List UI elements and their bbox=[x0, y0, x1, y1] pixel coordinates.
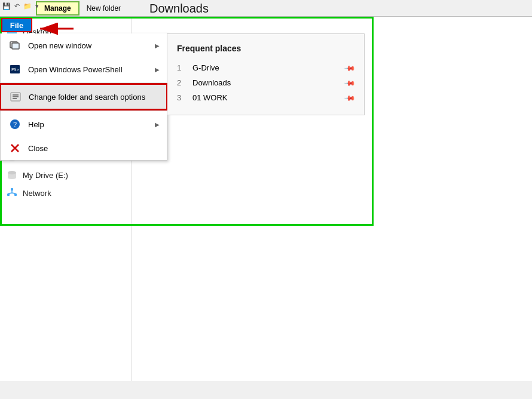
svg-rect-26 bbox=[12, 43, 19, 49]
frequent-place-num-3: 3 bbox=[177, 93, 186, 102]
menu-label-open-powershell: Open Windows PowerShell bbox=[28, 65, 149, 74]
frequent-places-title: Frequent places bbox=[177, 44, 354, 53]
menu-label-open-new-window: Open new window bbox=[28, 41, 149, 50]
network-icon bbox=[6, 187, 18, 199]
frequent-place-downloads[interactable]: 2 Downloads 📌 bbox=[177, 75, 354, 90]
menu-divider-2 bbox=[1, 111, 167, 111]
svg-text:PS>: PS> bbox=[11, 67, 19, 72]
qat-area: 💾 ↶ 📁 ▾ bbox=[2, 2, 39, 10]
undo-icon[interactable]: ↶ bbox=[14, 2, 20, 10]
dropdown-arrow-icon[interactable]: ▾ bbox=[35, 2, 39, 10]
my-drive-icon bbox=[6, 169, 18, 181]
sidebar-item-my-drive[interactable]: My Drive (E:) bbox=[0, 166, 131, 184]
window-icon bbox=[8, 38, 22, 53]
close-menu-icon bbox=[8, 141, 22, 155]
sidebar-label-network: Network bbox=[23, 189, 51, 198]
help-icon: ? bbox=[8, 117, 22, 131]
tab-new-folder: New folder bbox=[80, 1, 128, 16]
menu-label-close: Close bbox=[28, 144, 160, 153]
frequent-place-name-01-work: 01 WORK bbox=[192, 93, 340, 102]
svg-line-22 bbox=[8, 193, 12, 194]
svg-rect-19 bbox=[7, 194, 10, 196]
menu-item-open-powershell[interactable]: PS> Open Windows PowerShell ▶ bbox=[1, 57, 167, 81]
sidebar-item-network[interactable]: Network bbox=[0, 184, 131, 202]
powershell-icon: PS> bbox=[8, 62, 22, 76]
frequent-place-num-1: 1 bbox=[177, 63, 186, 72]
frequent-place-name-downloads: Downloads bbox=[192, 78, 340, 87]
menu-item-open-new-window[interactable]: Open new window ▶ bbox=[1, 33, 167, 57]
page-title: Downloads bbox=[149, 0, 209, 17]
svg-text:?: ? bbox=[13, 121, 17, 128]
ribbon-bar: 💾 ↶ 📁 ▾ Manage New folder Downloads bbox=[0, 0, 532, 17]
frequent-place-g-drive[interactable]: 1 G-Drive 📌 bbox=[177, 60, 354, 75]
svg-rect-18 bbox=[11, 188, 13, 191]
submenu-arrow-0: ▶ bbox=[155, 42, 160, 49]
menu-item-help[interactable]: ? Help ▶ bbox=[1, 112, 167, 136]
menu-label-change-folder: Change folder and search options bbox=[29, 93, 159, 102]
submenu-arrow-3: ▶ bbox=[155, 121, 160, 128]
svg-line-23 bbox=[12, 193, 16, 194]
save-icon[interactable]: 💾 bbox=[2, 2, 11, 10]
file-button[interactable]: File bbox=[1, 18, 32, 32]
menu-item-change-folder[interactable]: Change folder and search options bbox=[1, 84, 167, 109]
options-icon bbox=[8, 90, 23, 104]
pin-icon-1: 📌 bbox=[344, 62, 356, 74]
menu-item-close[interactable]: Close bbox=[1, 136, 167, 160]
frequent-place-01-work[interactable]: 3 01 WORK 📌 bbox=[177, 90, 354, 105]
frequent-places-panel: Frequent places 1 G-Drive 📌 2 Downloads … bbox=[167, 33, 365, 115]
sidebar-label-my-drive: My Drive (E:) bbox=[23, 171, 68, 180]
svg-rect-20 bbox=[14, 194, 17, 196]
frequent-place-name-g-drive: G-Drive bbox=[192, 63, 340, 72]
frequent-place-num-2: 2 bbox=[177, 78, 186, 87]
pin-icon-2: 📌 bbox=[344, 76, 356, 89]
menu-label-help: Help bbox=[28, 120, 149, 129]
main-area: Desktop Documents Downloads Music Pictur… bbox=[0, 17, 532, 381]
pin-icon-3: 📌 bbox=[344, 91, 356, 104]
menu-divider-1 bbox=[1, 82, 167, 83]
submenu-arrow-1: ▶ bbox=[155, 66, 160, 73]
tab-manage[interactable]: Manage bbox=[36, 1, 80, 16]
folder-icon[interactable]: 📁 bbox=[23, 2, 32, 10]
file-menu-panel: Open new window ▶ PS> Open Windows Power… bbox=[0, 33, 167, 161]
